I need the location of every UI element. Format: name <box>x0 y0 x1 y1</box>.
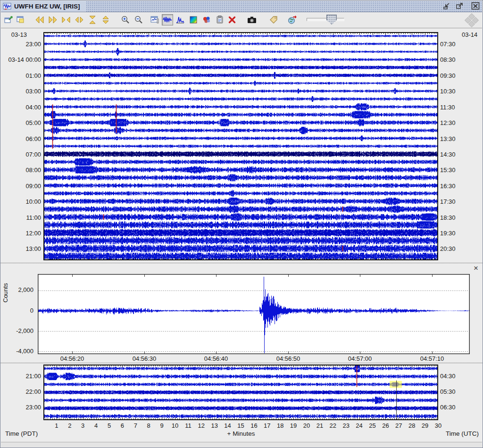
time-utc-label: Time (UTC) <box>422 430 479 437</box>
toolbar-button-zoom-out[interactable] <box>133 14 144 25</box>
toolbar-button-remove-wave[interactable] <box>226 14 238 25</box>
panel-separator <box>0 363 483 364</box>
toolbar-button-copy-to-clipboard[interactable] <box>214 14 225 25</box>
busy-throbber <box>465 14 477 26</box>
main-left-time-label: 03:00 <box>25 88 41 95</box>
wave-xtick-label: 04:56:40 <box>200 355 233 363</box>
main-left-time-label: 13:00 <box>25 245 41 253</box>
main-left-time-label: 06:00 <box>25 135 41 143</box>
plus-minutes-label: + Minutes <box>208 430 274 437</box>
toolbar-button-compress-rows[interactable] <box>87 14 98 25</box>
tag-icon <box>269 15 278 25</box>
expand-time-icon <box>75 15 84 25</box>
toolbar-button-zoom-in[interactable] <box>120 14 131 25</box>
maximize-button[interactable] <box>455 2 465 11</box>
close-button[interactable] <box>471 2 480 11</box>
maximize-icon <box>456 2 464 10</box>
zoom-slider-thumb[interactable] <box>326 15 337 25</box>
date-label-right: 03-14 <box>462 31 477 39</box>
toolbar-button-spectrogram-view[interactable] <box>188 14 199 25</box>
minute-tick-label: 15 <box>234 422 248 430</box>
toolbar-button-scroll-forward[interactable] <box>47 14 58 25</box>
minute-tick-label: 11 <box>182 422 195 430</box>
minute-tick-label: 1 <box>50 422 63 430</box>
main-left-time-label: 03-14 00:00 <box>8 56 41 64</box>
wave-ytick-label: -4,000 <box>16 348 33 355</box>
minute-tick-label: 27 <box>392 422 405 430</box>
toolbar-button-compress-time[interactable] <box>60 14 72 25</box>
main-left-time-label: 12:00 <box>25 230 41 237</box>
wave-xtick-label: 04:56:30 <box>128 355 161 363</box>
window-title: UWFH EHZ UW, [IRIS] <box>14 3 80 10</box>
main-left-time-label: 05:00 <box>25 119 41 127</box>
minute-tick-label: 28 <box>405 422 418 430</box>
minute-tick-label: 14 <box>221 422 234 430</box>
main-right-time-label: 12:30 <box>440 119 456 127</box>
rsam-view-icon <box>202 15 211 25</box>
zoom-slider-track[interactable] <box>307 18 344 21</box>
toolbar-button-map-view[interactable] <box>287 14 298 25</box>
minute-tick-label: 2 <box>63 422 76 430</box>
toolbar-button-capture-image[interactable] <box>246 14 258 25</box>
bottom-helicorder-canvas[interactable] <box>43 365 438 420</box>
main-right-time-label: 07:30 <box>440 41 456 48</box>
main-right-time-label: 19:30 <box>440 230 456 237</box>
bottom-right-time-label: 06:30 <box>440 404 456 411</box>
title-chunk: UWFH EHZ UW, [IRIS] <box>1 1 86 12</box>
main-right-time-label: 09:30 <box>440 72 456 80</box>
toolbar-button-rsam-view[interactable] <box>201 14 212 25</box>
bottom-right-time-label: 04:30 <box>440 373 456 380</box>
toolbar-button-spectra-view[interactable] <box>175 14 186 25</box>
zoom-out-icon <box>134 15 143 25</box>
toolbar-button-helicorder-settings[interactable] <box>149 14 160 25</box>
bottom-left-time-label: 22:00 <box>25 388 41 396</box>
compress-rows-icon <box>88 15 97 25</box>
main-left-time-label: 10:00 <box>25 198 41 206</box>
map-view-icon <box>287 15 298 25</box>
toolbar-button-expand-time[interactable] <box>74 14 85 25</box>
minimize-button[interactable] <box>442 2 452 11</box>
main-left-time-label: 09:00 <box>25 183 41 190</box>
minute-tick-label: 13 <box>208 422 221 430</box>
main-right-time-label: 20:30 <box>440 245 456 253</box>
scroll-forward-icon <box>48 15 58 25</box>
toolbar-button-pin-window[interactable] <box>3 14 14 25</box>
wave-panel-close-button[interactable]: × <box>471 264 481 273</box>
toolbar-button-view-settings[interactable] <box>15 14 26 25</box>
minute-tick-label: 6 <box>116 422 129 430</box>
main-right-time-label: 08:30 <box>440 56 456 64</box>
minimize-icon <box>443 2 451 10</box>
toolbar-button-scroll-back[interactable] <box>34 14 45 25</box>
spectrogram-view-icon <box>189 15 198 25</box>
toolbar-button-expand-rows[interactable] <box>100 14 111 25</box>
main-right-time-label: 17:30 <box>440 198 456 206</box>
helicorder-settings-icon <box>150 15 159 25</box>
scroll-back-icon <box>35 15 44 25</box>
panel-separator <box>0 263 483 264</box>
zoom-in-icon <box>121 15 130 25</box>
minute-tick-label: 18 <box>274 422 287 430</box>
wave-zoom-canvas[interactable] <box>38 274 470 354</box>
bottom-right-time-label: 05:30 <box>440 388 456 396</box>
clipboard-icon <box>215 15 225 25</box>
minute-tick-label: 25 <box>366 422 379 430</box>
remove-icon <box>227 15 237 25</box>
time-pdt-label: Time (PDT) <box>5 430 38 437</box>
swarm-helicorder-window: UWFH EHZ UW, [IRIS] <box>0 0 483 448</box>
main-helicorder-canvas[interactable] <box>43 32 438 260</box>
wave-xtick-label: 04:56:20 <box>56 355 89 363</box>
main-left-time-label: 08:00 <box>25 166 41 174</box>
bottom-left-time-label: 21:00 <box>25 373 41 380</box>
minute-tick-label: 24 <box>353 422 366 430</box>
camera-icon <box>247 15 257 25</box>
minute-tick-label: 21 <box>313 422 326 430</box>
main-right-time-label: 11:30 <box>440 104 455 111</box>
minute-tick-label: 10 <box>168 422 182 430</box>
titlebar[interactable]: UWFH EHZ UW, [IRIS] <box>1 1 482 12</box>
pin-window-icon <box>4 15 13 25</box>
minute-tick-label: 20 <box>300 422 313 430</box>
minute-tick-label: 12 <box>195 422 208 430</box>
bottom-left-time-label: 23:00 <box>25 404 41 411</box>
toolbar-button-wave-view[interactable] <box>162 14 173 25</box>
toolbar-button-tag[interactable] <box>268 14 279 25</box>
